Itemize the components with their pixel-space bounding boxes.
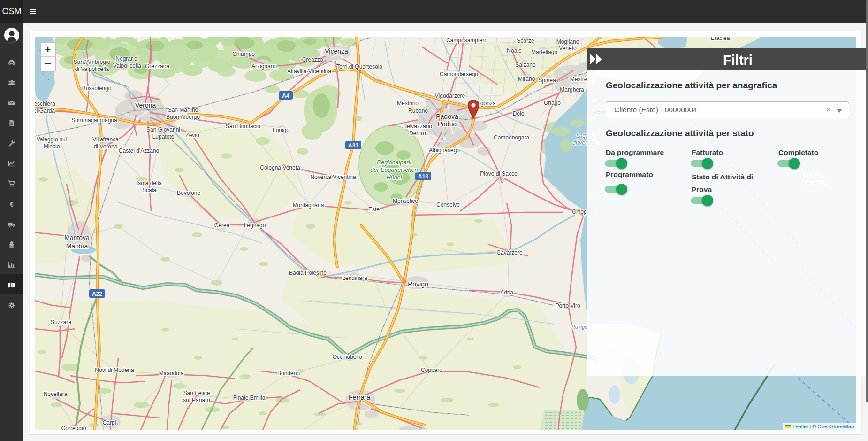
svg-text:Adria: Adria	[500, 289, 513, 296]
svg-text:Oriago: Oriago	[544, 100, 561, 106]
svg-text:€: €	[10, 201, 14, 208]
svg-text:Mestre: Mestre	[570, 76, 587, 83]
svg-text:Piove di Sacco: Piove di Sacco	[480, 170, 518, 177]
svg-text:Hügel: Hügel	[387, 174, 403, 181]
svg-text:Carpi: Carpi	[103, 419, 116, 426]
svg-text:Grezzana: Grezzana	[145, 63, 169, 70]
svg-text:Mestrino: Mestrino	[397, 100, 419, 107]
svg-text:Lendinara: Lendinara	[342, 275, 367, 281]
svg-text:Padova: Padova	[436, 113, 458, 120]
svg-text:Ferrara: Ferrara	[349, 394, 370, 401]
svg-text:Cavarzere: Cavarzere	[496, 249, 523, 256]
svg-text:Conselve: Conselve	[436, 201, 460, 208]
svg-text:Vicenza: Vicenza	[325, 47, 348, 55]
svg-text:Scorzè: Scorzè	[517, 38, 534, 44]
svg-text:Finale Emilia: Finale Emilia	[233, 395, 266, 401]
svg-text:Este: Este	[368, 206, 380, 213]
svg-text:Castel d'Azzano: Castel d'Azzano	[119, 147, 160, 154]
svg-text:Noventa Vicentina: Noventa Vicentina	[310, 174, 356, 180]
svg-text:Monselice: Monselice	[393, 198, 418, 204]
svg-text:Novellara: Novellara	[44, 391, 68, 397]
svg-text:Cerea: Cerea	[214, 222, 230, 229]
svg-text:Porto Viro: Porto Viro	[555, 302, 580, 309]
svg-text:Suzzara: Suzzara	[51, 319, 71, 325]
svg-text:Bussolengo: Bussolengo	[82, 85, 112, 92]
svg-text:Torri di Quartesolo: Torri di Quartesolo	[336, 63, 382, 70]
svg-text:di Verona: di Verona	[94, 143, 118, 150]
svg-text:Novi di Modena: Novi di Modena	[95, 367, 134, 373]
svg-text:Dentro: Dentro	[409, 130, 426, 137]
svg-text:Regionalpark: Regionalpark	[377, 159, 411, 166]
svg-text:Vigodarzere: Vigodarzere	[435, 93, 465, 99]
svg-text:Albignasego: Albignasego	[429, 147, 460, 154]
svg-text:Correggio: Correggio	[61, 425, 86, 430]
svg-text:San Bonifacio: San Bonifacio	[226, 123, 260, 130]
svg-text:Altavilla Vicentina: Altavilla Vicentina	[287, 68, 331, 75]
svg-text:Montagnana: Montagnana	[293, 202, 324, 209]
svg-text:Eraclea: Eraclea	[711, 37, 730, 41]
svg-text:Salzano: Salzano	[515, 62, 536, 68]
svg-text:Camposampiero: Camposampiero	[446, 37, 487, 44]
svg-text:Legnago: Legnago	[244, 222, 266, 229]
svg-text:San Giovanni: San Giovanni	[146, 126, 180, 133]
svg-text:Isola della: Isola della	[137, 180, 162, 186]
svg-text:San Felice: San Felice	[183, 390, 210, 396]
svg-text:el Garda: el Garda	[35, 108, 55, 114]
svg-text:eschiera: eschiera	[35, 101, 55, 107]
svg-text:A22: A22	[92, 291, 102, 297]
svg-text:Lupatoto: Lupatoto	[152, 133, 175, 140]
svg-text:Zevio: Zevio	[185, 132, 199, 139]
svg-text:Selvazzano: Selvazzano	[403, 123, 432, 130]
svg-text:Cologna Veneta: Cologna Veneta	[260, 164, 300, 171]
svg-text:Rovigo: Rovigo	[571, 324, 587, 330]
svg-text:der Euganeischen: der Euganeischen	[371, 167, 418, 173]
svg-text:Mantova: Mantova	[64, 234, 90, 241]
svg-text:Veneto: Veneto	[559, 45, 577, 52]
svg-text:Buon Albergo: Buon Albergo	[166, 114, 200, 120]
svg-text:Chiampo: Chiampo	[232, 51, 255, 57]
svg-text:A31: A31	[348, 142, 358, 149]
svg-text:Dolo: Dolo	[513, 110, 525, 117]
svg-text:Spinea: Spinea	[538, 77, 556, 84]
svg-text:A4: A4	[282, 93, 289, 99]
svg-text:Arzignano: Arzignano	[251, 63, 277, 70]
svg-text:Valeggio sul: Valeggio sul	[37, 136, 67, 143]
svg-text:Bovolone: Bovolone	[177, 190, 200, 196]
svg-text:Mogliano: Mogliano	[556, 39, 579, 45]
svg-text:Negrar di: Negrar di	[115, 55, 138, 62]
svg-text:Mantua: Mantua	[66, 242, 88, 250]
svg-text:Sant'Ambrogio: Sant'Ambrogio	[74, 59, 111, 65]
svg-text:Noale: Noale	[507, 47, 522, 54]
svg-text:Scala: Scala	[142, 187, 156, 193]
svg-text:Creazzo: Creazzo	[302, 56, 323, 63]
svg-text:sul Panaro: sul Panaro	[183, 397, 210, 403]
svg-text:di Valpolicella: di Valpolicella	[75, 66, 109, 72]
svg-text:Lonigo: Lonigo	[273, 127, 289, 133]
svg-text:✈: ✈	[98, 120, 103, 127]
svg-text:Occhiobello: Occhiobello	[333, 354, 362, 360]
svg-text:Copparo: Copparo	[421, 367, 442, 373]
svg-text:Rubano: Rubano	[408, 108, 428, 114]
svg-text:Rovigo: Rovigo	[408, 280, 428, 288]
svg-text:Martellago: Martellago	[531, 49, 557, 55]
svg-text:Sommacampagna: Sommacampagna	[71, 117, 117, 124]
svg-text:Villafranca: Villafranca	[92, 136, 119, 143]
svg-text:Badia Polesine: Badia Polesine	[289, 270, 327, 276]
svg-text:Camponogara: Camponogara	[494, 134, 529, 141]
svg-text:Campodarsego: Campodarsego	[440, 71, 478, 77]
svg-text:Bondeno: Bondeno	[277, 370, 300, 377]
svg-text:Verona: Verona	[135, 101, 156, 109]
svg-text:Mincio: Mincio	[44, 143, 60, 150]
svg-text:Valpolicella: Valpolicella	[113, 62, 141, 69]
svg-text:Marghera: Marghera	[560, 86, 584, 93]
svg-text:A13: A13	[418, 173, 428, 180]
svg-text:Padua: Padua	[438, 120, 457, 128]
svg-text:San Martino: San Martino	[168, 107, 198, 113]
svg-text:Mirandola: Mirandola	[159, 370, 184, 377]
svg-text:Mirano: Mirano	[518, 76, 535, 82]
